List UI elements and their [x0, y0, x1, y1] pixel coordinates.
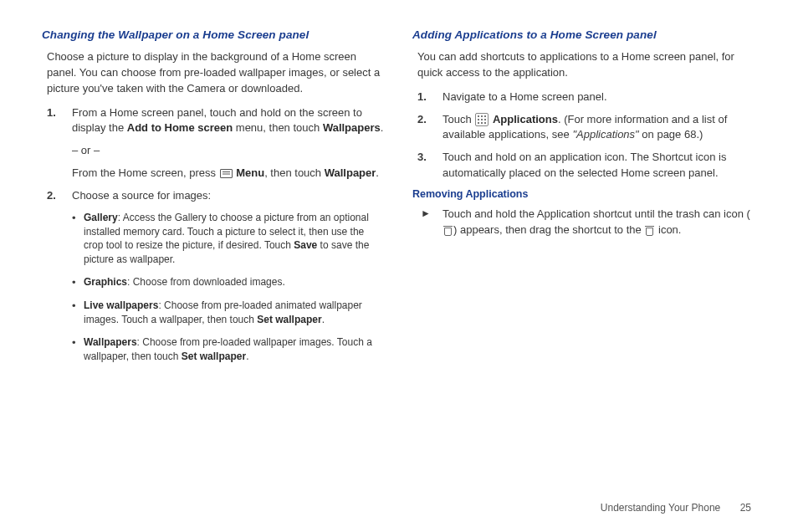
bold: Graphics	[84, 276, 127, 288]
text: .	[322, 314, 325, 325]
step-2: 2. Choose a source for images:	[47, 188, 386, 204]
left-column: Changing the Wallpaper on a Home Screen …	[42, 28, 386, 371]
step-content: Navigate to a Home screen panel.	[442, 90, 756, 105]
bullet-gallery: Gallery: Access the Gallery to choose a …	[72, 211, 386, 267]
text: .	[376, 166, 379, 179]
bullet-live: Live wallpapers: Choose from pre-loaded …	[72, 299, 386, 327]
bold: Wallpaper	[325, 166, 376, 179]
page-columns: Changing the Wallpaper on a Home Screen …	[42, 28, 756, 371]
bold: Wallpapers	[84, 336, 137, 348]
step-1: 1. From a Home screen panel, touch and h…	[47, 105, 386, 182]
text: icon.	[655, 223, 681, 236]
step-content: Touch Applications. (For more informatio…	[442, 112, 756, 144]
step-number: 2.	[47, 188, 72, 204]
page-footer: Understanding Your Phone 25	[601, 502, 751, 514]
step-3: 3. Touch and hold on an application icon…	[417, 150, 756, 182]
text: Touch and hold the Application shortcut …	[442, 207, 750, 220]
text: on page 68.)	[639, 128, 703, 141]
step-number: 1.	[47, 105, 72, 182]
bold: Save	[294, 239, 317, 251]
right-column: Adding Applications to a Home Screen pan…	[412, 28, 756, 371]
or-divider: – or –	[72, 143, 386, 159]
arrow-content: Touch and hold the Application shortcut …	[442, 207, 756, 238]
text: menu, then touch	[233, 121, 323, 134]
text: .	[381, 121, 384, 134]
bold: Add to Home screen	[127, 121, 233, 134]
text: Touch	[442, 113, 474, 125]
step-content: Choose a source for images:	[72, 188, 386, 204]
text: ) appears, then drag the shortcut to the	[453, 223, 644, 236]
text: , then touch	[264, 166, 325, 179]
intro-apps: You can add shortcuts to applications to…	[417, 49, 756, 81]
step-number: 1.	[417, 90, 442, 105]
bold: Wallpapers	[323, 121, 381, 134]
text: : Choose from downloaded images.	[127, 276, 285, 288]
step-content: From a Home screen panel, touch and hold…	[72, 105, 386, 182]
steps-apps: 1. Navigate to a Home screen panel. 2. T…	[417, 90, 756, 182]
step-2: 2. Touch Applications. (For more informa…	[417, 112, 756, 144]
text: .	[246, 350, 248, 362]
bold: Gallery	[84, 212, 118, 223]
page-number: 25	[740, 502, 751, 514]
bold: Live wallpapers	[84, 299, 158, 311]
bullet-graphics: Graphics: Choose from downloaded images.	[72, 275, 386, 290]
trash-icon	[443, 225, 453, 236]
step-content: Touch and hold on an application icon. T…	[442, 150, 756, 182]
steps-wallpaper: 1. From a Home screen panel, touch and h…	[47, 105, 386, 204]
italic-ref: "Applications"	[572, 128, 638, 141]
heading-removing: Removing Applications	[412, 188, 756, 200]
text: From the Home screen, press	[72, 166, 219, 179]
menu-icon	[220, 169, 233, 178]
trash-icon	[645, 225, 654, 236]
applications-icon	[475, 113, 489, 126]
arrow-step: ► Touch and hold the Application shortcu…	[421, 207, 756, 238]
intro-wallpaper: Choose a picture to display in the backg…	[47, 49, 386, 97]
heading-apps: Adding Applications to a Home Screen pan…	[412, 28, 756, 41]
bold: Applications	[493, 113, 558, 125]
heading-wallpaper: Changing the Wallpaper on a Home Screen …	[42, 28, 386, 41]
source-list: Gallery: Access the Gallery to choose a …	[72, 211, 386, 364]
bold: Set wallpaper	[257, 314, 321, 325]
step-1: 1. Navigate to a Home screen panel.	[417, 90, 756, 105]
footer-section: Understanding Your Phone	[601, 502, 720, 514]
bold: Set wallpaper	[182, 350, 246, 362]
step-number: 3.	[417, 150, 442, 182]
bullet-wallpapers: Wallpapers: Choose from pre-loaded wallp…	[72, 335, 386, 364]
step-number: 2.	[417, 112, 442, 144]
bold: Menu	[236, 166, 264, 179]
arrow-icon: ►	[421, 207, 442, 238]
